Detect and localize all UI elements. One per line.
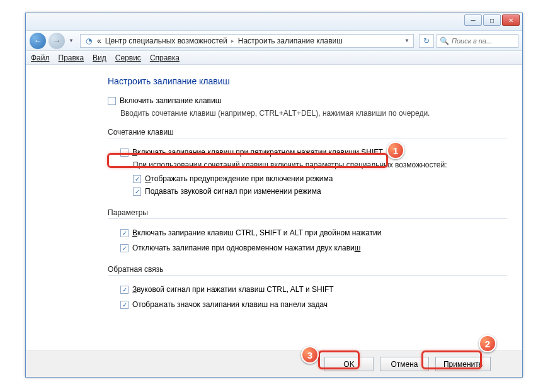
titlebar: ─ □ ✕ — [26, 13, 522, 31]
turnoff-two-keys-label[interactable]: Отключать залипание при одновременном на… — [132, 244, 360, 252]
play-sound-checkbox[interactable] — [133, 188, 141, 196]
menu-edit[interactable]: Правка — [59, 53, 84, 62]
search-input[interactable] — [452, 37, 515, 45]
enable-sticky-keys-checkbox[interactable] — [108, 97, 116, 105]
address-dropdown-icon[interactable]: ▼ — [404, 38, 409, 43]
beep-checkbox[interactable] — [120, 286, 129, 294]
search-box[interactable]: 🔍 — [437, 34, 518, 48]
search-icon: 🔍 — [440, 36, 449, 45]
page-title: Настроить залипание клавиш — [108, 76, 507, 86]
turnoff-two-keys-checkbox[interactable] — [120, 244, 129, 252]
lock-modifier-checkbox[interactable] — [120, 229, 129, 237]
shift5-checkbox[interactable] — [120, 148, 129, 157]
apply-button[interactable]: Применить — [435, 357, 491, 371]
dialog-footer: OK Отмена Применить — [26, 350, 522, 377]
accessibility-icon: ◔ — [84, 36, 93, 45]
show-warning-checkbox[interactable] — [133, 175, 141, 183]
shift5-row: Включать залипание клавиш при пятикратно… — [120, 148, 507, 157]
navigation-bar: ← → ▼ ◔ « Центр специальных возможностей… — [26, 31, 522, 51]
back-button[interactable]: ← — [30, 33, 46, 49]
show-warning-label[interactable]: Отображать предупреждение при включении … — [145, 174, 333, 183]
shift5-label[interactable]: Включать залипание клавиш при пятикратно… — [132, 148, 383, 157]
refresh-button[interactable]: ↻ — [419, 34, 434, 48]
breadcrumb-prefix: « — [97, 36, 101, 45]
tray-icon-label[interactable]: Отображать значок залипания клавиш на па… — [132, 300, 328, 309]
window-controls: ─ □ ✕ — [464, 14, 520, 26]
cancel-button[interactable]: Отмена — [380, 357, 429, 371]
address-bar[interactable]: ◔ « Центр специальных возможностей ▸ Нас… — [80, 34, 414, 48]
breadcrumb-separator-icon: ▸ — [231, 38, 234, 44]
sub-description: При использовании сочетаний клавиш включ… — [133, 160, 507, 169]
minimize-button[interactable]: ─ — [464, 14, 482, 26]
close-button[interactable]: ✕ — [502, 14, 520, 26]
maximize-button[interactable]: □ — [483, 14, 501, 26]
menu-view[interactable]: Вид — [93, 53, 106, 62]
beep-label[interactable]: Звуковой сигнал при нажатии клавиш CTRL,… — [132, 285, 334, 294]
group-options: Параметры — [108, 208, 507, 217]
enable-sticky-keys-label[interactable]: Включить залипание клавиш — [120, 96, 221, 105]
enable-sticky-keys-row: Включить залипание клавиш — [108, 96, 507, 105]
menu-bar: Файл Правка Вид Сервис Справка — [26, 51, 522, 65]
ok-button[interactable]: OK — [324, 357, 374, 371]
forward-button[interactable]: → — [49, 33, 65, 49]
tray-icon-checkbox[interactable] — [120, 301, 129, 309]
menu-tools[interactable]: Сервис — [115, 53, 141, 62]
menu-help[interactable]: Справка — [150, 53, 180, 62]
group-shortcut: Сочетание клавиш — [108, 128, 507, 137]
breadcrumb-current[interactable]: Настроить залипание клавиш — [238, 36, 343, 45]
nav-history-dropdown[interactable]: ▼ — [67, 35, 75, 47]
enable-description: Вводить сочетание клавиш (например, CTRL… — [120, 109, 507, 118]
play-sound-label[interactable]: Подавать звуковой сигнал при изменении р… — [145, 187, 321, 196]
group-feedback: Обратная связь — [108, 265, 507, 274]
lock-modifier-label[interactable]: Включать запирание клавиш CTRL, SHIFT и … — [132, 228, 381, 237]
content-area: Настроить залипание клавиш Включить зали… — [26, 65, 522, 354]
control-panel-window: ─ □ ✕ ← → ▼ ◔ « Центр специальных возмож… — [25, 13, 523, 378]
menu-file[interactable]: Файл — [31, 53, 50, 62]
breadcrumb-parent[interactable]: Центр специальных возможностей — [105, 36, 227, 45]
